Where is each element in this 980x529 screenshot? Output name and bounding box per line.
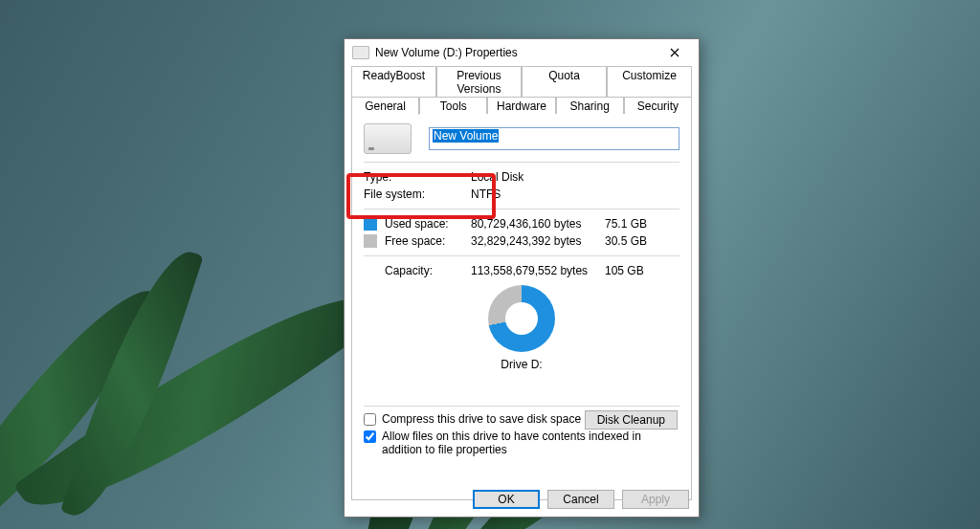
tab-general[interactable]: General — [351, 97, 419, 115]
index-label[interactable]: Allow files on this drive to have conten… — [382, 430, 679, 456]
row-used: Used space: 80,729,436,160 bytes 75.1 GB — [364, 215, 679, 232]
properties-dialog: New Volume (D:) Properties ReadyBoost Pr… — [344, 38, 700, 518]
dialog-buttons: OK Cancel Apply — [473, 490, 689, 509]
usage-chart: Drive D: — [364, 285, 679, 371]
separator — [364, 162, 679, 163]
close-button[interactable] — [658, 42, 691, 63]
tab-security[interactable]: Security — [624, 97, 692, 115]
drive-label: Drive D: — [501, 358, 542, 371]
capacity-human: 105 GB — [605, 264, 679, 277]
usage-donut-icon — [488, 285, 555, 352]
titlebar[interactable]: New Volume (D:) Properties — [345, 39, 699, 66]
free-bytes: 32,829,243,392 bytes — [471, 234, 605, 248]
row-free: Free space: 32,829,243,392 bytes 30.5 GB — [364, 232, 679, 250]
tabstrip: ReadyBoost Previous Versions Quota Custo… — [351, 66, 692, 500]
row-index-check: Allow files on this drive to have conten… — [364, 430, 679, 456]
volume-name-text: New Volume — [433, 129, 499, 143]
free-label: Free space: — [385, 234, 471, 248]
used-label: Used space: — [385, 217, 471, 231]
tab-tools[interactable]: Tools — [419, 97, 487, 115]
volume-name-input[interactable]: New Volume — [429, 127, 679, 150]
used-human: 75.1 GB — [605, 217, 679, 231]
index-checkbox[interactable] — [364, 430, 376, 443]
row-type: Type: Local Disk — [364, 168, 679, 186]
type-value: Local Disk — [471, 170, 605, 184]
disk-cleanup-button[interactable]: Disk Cleanup — [585, 410, 678, 430]
separator — [364, 406, 679, 407]
tab-quota[interactable]: Quota — [522, 66, 607, 98]
tab-previous-versions[interactable]: Previous Versions — [436, 66, 522, 98]
cancel-button[interactable]: Cancel — [547, 490, 614, 509]
apply-button: Apply — [622, 490, 689, 509]
capacity-bytes: 113,558,679,552 bytes — [471, 264, 605, 277]
row-filesystem: File system: NTFS — [364, 186, 679, 203]
tab-readyboost[interactable]: ReadyBoost — [351, 66, 436, 98]
free-human: 30.5 GB — [605, 234, 679, 248]
tab-panel-general: New Volume Type: Local Disk File system:… — [351, 114, 692, 500]
separator — [364, 255, 679, 256]
free-swatch-icon — [364, 234, 377, 248]
tab-customize[interactable]: Customize — [607, 66, 692, 98]
type-label: Type: — [364, 170, 471, 184]
drive-icon — [352, 46, 369, 59]
window-title: New Volume (D:) Properties — [375, 46, 658, 59]
tab-sharing[interactable]: Sharing — [556, 97, 624, 115]
compress-checkbox[interactable] — [364, 413, 376, 426]
tab-hardware[interactable]: Hardware — [487, 97, 555, 115]
close-icon — [670, 48, 679, 57]
used-bytes: 80,729,436,160 bytes — [471, 217, 605, 231]
used-swatch-icon — [364, 217, 377, 231]
ok-button[interactable]: OK — [473, 490, 540, 509]
filesystem-value: NTFS — [471, 187, 605, 201]
separator — [364, 209, 679, 209]
drive-large-icon — [364, 123, 412, 154]
desktop-background: New Volume (D:) Properties ReadyBoost Pr… — [0, 0, 980, 529]
filesystem-label: File system: — [364, 187, 471, 201]
capacity-label: Capacity: — [385, 264, 471, 277]
row-capacity: Capacity: 113,558,679,552 bytes 105 GB — [364, 262, 679, 279]
